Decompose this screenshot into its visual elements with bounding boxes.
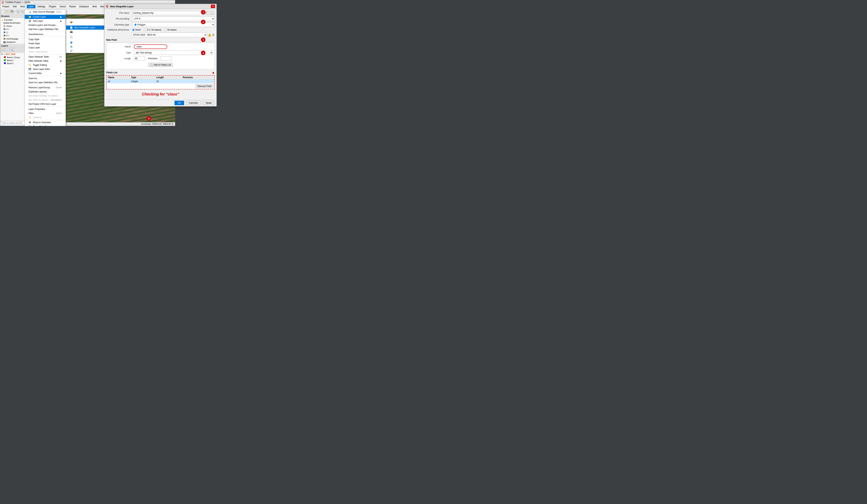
- shapefile-dialog-buttons: OK Cancelar Ajuda: [104, 99, 216, 106]
- ctx-sep-5: [25, 76, 66, 76]
- ctx-copy-layer[interactable]: Copy Layer: [25, 45, 66, 50]
- submenu-spatialite[interactable]: 🗃️ New SpatiaLite Layer...: [66, 30, 109, 34]
- layers-filter-btn[interactable]: 🔍: [10, 48, 14, 52]
- field-id-name: id: [107, 79, 130, 84]
- annotation-step2: 2: [201, 20, 205, 24]
- shapefile-dialog-close[interactable]: ✕: [211, 5, 215, 8]
- new-field-header: New Field: [106, 39, 215, 42]
- menu-vector[interactable]: Vector: [58, 5, 67, 8]
- save-btn[interactable]: 💾: [10, 10, 14, 14]
- ctx-create-layer[interactable]: 📁 Create Layer ▶ 📦 New GeoPackage Layer.…: [25, 15, 66, 19]
- app-icon: Q: [2, 1, 4, 4]
- menu-database[interactable]: Database: [78, 5, 90, 8]
- menu-project[interactable]: Project: [1, 5, 11, 8]
- ctx-save-layer-edits[interactable]: 💾 Save Layer Edits: [25, 67, 66, 71]
- ctx-duplicate-layer[interactable]: Duplicate Layer(s): [25, 90, 66, 94]
- ctx-set-scale-visibility: Set Scale Visibility of Layer(s): [25, 94, 66, 98]
- field-type-label: Type: [108, 51, 132, 54]
- field-length-input[interactable]: [134, 56, 145, 61]
- field-id-type: Integer: [130, 79, 155, 84]
- layer-context-menu: 📊 Data Source Manager Ctrl+L 📁 Create La…: [24, 10, 66, 126]
- shapefile-ok-btn[interactable]: OK: [174, 101, 184, 105]
- field-length-row: Length Precision: [108, 56, 213, 61]
- ctx-paste-style[interactable]: Paste Style: [25, 41, 66, 45]
- shapefile-dialog-title: Q New Shapefile Layer ✕: [104, 4, 216, 9]
- shapefile-cancel-btn[interactable]: Cancelar: [185, 101, 201, 105]
- dim-none-option[interactable]: None: [132, 29, 141, 31]
- menu-layer[interactable]: Layer: [27, 5, 35, 8]
- ctx-georeferencer[interactable]: Georeferencer...: [25, 32, 66, 36]
- ctx-filter-attribute-table[interactable]: Filter Attribute Table ▶: [25, 59, 66, 63]
- additional-dimensions-row: Additional dimensions None Z (+ M values…: [106, 29, 215, 31]
- ctx-add-from-def[interactable]: Add from Layer Definition File...: [25, 27, 66, 31]
- submenu-geopackage[interactable]: 📦 New GeoPackage Layer... Ctrl+Shift+N: [66, 19, 109, 25]
- shapefile-dialog-title-text: Q New Shapefile Layer: [106, 5, 134, 8]
- file-name-browse-btn[interactable]: …: [210, 11, 215, 15]
- ctx-current-edits[interactable]: Current Edits ▶: [25, 71, 66, 75]
- crs-warning-icon: ⚠️: [208, 33, 212, 37]
- col-length: Length: [155, 76, 181, 79]
- fields-list-arrow: ◄: [211, 71, 215, 75]
- ctx-filter[interactable]: Filter... Ctrl+F: [25, 111, 66, 115]
- ctx-sep-8: [25, 120, 66, 120]
- add-to-fields-list-btn[interactable]: 📋 Add to Fields List: [148, 63, 172, 67]
- submenu-virtual[interactable]: 🔗 New Virtual Layer...: [66, 49, 109, 53]
- field-precision-input[interactable]: [160, 56, 172, 61]
- ctx-set-project-crs[interactable]: Set Project CRS from Layer: [25, 102, 66, 106]
- step2-badge: 2: [201, 20, 205, 24]
- file-encoding-row: File encoding UTF-8: [106, 17, 215, 21]
- field-length-label: Length: [108, 57, 132, 60]
- dim-z-option[interactable]: Z (+ M values): [144, 29, 161, 31]
- menu-view[interactable]: View: [19, 5, 26, 8]
- ctx-copy-style[interactable]: Copy Style: [25, 37, 66, 41]
- ctx-remove-layer[interactable]: Remove Layer/Group Ctrl+D: [25, 86, 66, 90]
- ctx-add-layer[interactable]: ➕ Add Layer ▶: [25, 19, 66, 23]
- ctx-data-source-manager[interactable]: 📊 Data Source Manager Ctrl+L: [25, 10, 66, 14]
- crs-settings-icon[interactable]: ⚙: [212, 33, 215, 36]
- layers-remove-btn[interactable]: -: [6, 48, 10, 52]
- shapefile-help-btn[interactable]: Ajuda: [202, 101, 215, 105]
- zoom-in-btn[interactable]: 🔍: [16, 10, 20, 14]
- field-name-input[interactable]: [134, 44, 167, 49]
- menu-plugins[interactable]: Plugins: [47, 5, 57, 8]
- submenu-mesh[interactable]: 🔷 New Mesh Layer...: [66, 41, 109, 45]
- checking-text: Checking for “class”: [142, 92, 179, 96]
- layers-add-btn[interactable]: +: [1, 48, 5, 52]
- open-btn[interactable]: 📂: [6, 10, 10, 14]
- annotation-step3: 3: [201, 37, 205, 42]
- zoom-out-btn[interactable]: 🔍: [20, 10, 24, 14]
- step4-badge: 4: [201, 51, 205, 55]
- ctx-show-overview[interactable]: 👁️ Show in Overview: [25, 120, 66, 125]
- submenu-shapefile[interactable]: 📄 New Shapefile Layer...: [66, 25, 109, 30]
- menu-web[interactable]: Web: [91, 5, 98, 8]
- ctx-toggle-editing[interactable]: ✏️ Toggle Editing: [25, 63, 66, 67]
- field-row-id[interactable]: id Integer 10: [107, 79, 214, 84]
- ctx-labeling: 🏷️ Labeling: [25, 115, 66, 119]
- ctx-save-as[interactable]: Save As...: [25, 76, 66, 81]
- submenu-temp-scratch[interactable]: 📋 New Temporary Scratch Layer...: [66, 34, 109, 41]
- ctx-set-crs: Set CRS of Layer(s) Ctrl+Shift+C: [25, 98, 66, 102]
- step5-badge: 5: [147, 116, 151, 121]
- fields-table: Name Type Length Precision id Integer 10: [107, 76, 214, 84]
- additional-dimensions-label: Additional dimensions: [106, 29, 131, 31]
- dim-m-option[interactable]: M values: [164, 29, 176, 31]
- ctx-open-attribute-table[interactable]: Open Attribute Table F6: [25, 55, 66, 59]
- fields-list-header: Fields List: [106, 71, 117, 74]
- menu-settings[interactable]: Settings: [36, 5, 47, 8]
- ctx-save-as-layer-def[interactable]: Save As Layer Definition File...: [25, 81, 66, 85]
- ctx-show-all-overview[interactable]: 👁️ Show All in Overview: [25, 125, 66, 126]
- file-name-input[interactable]: [132, 11, 202, 15]
- remove-field-btn-upper[interactable]: Remove Field: [195, 84, 214, 88]
- crs-select[interactable]: EPSG:4326 - WGS 84: [131, 33, 207, 37]
- menu-edit[interactable]: Edit: [11, 5, 18, 8]
- coordinate-value: 296604.69, 4888238.31: [152, 123, 174, 125]
- annotation-step5: 5: [147, 116, 151, 121]
- field-id-precision: [181, 79, 214, 84]
- ctx-embed-layers[interactable]: Embed Layers and Groups...: [25, 23, 66, 27]
- new-btn[interactable]: 📄: [1, 10, 5, 14]
- window-title: *Untitled Project — QGIS: [5, 1, 30, 3]
- menu-raster[interactable]: Raster: [68, 5, 77, 8]
- ctx-layer-properties[interactable]: Layer Properties...: [25, 107, 66, 111]
- dimensions-radio-group: None Z (+ M values) M values: [132, 29, 176, 31]
- submenu-gpx[interactable]: 🗺️ New GPX Layer...: [66, 45, 109, 49]
